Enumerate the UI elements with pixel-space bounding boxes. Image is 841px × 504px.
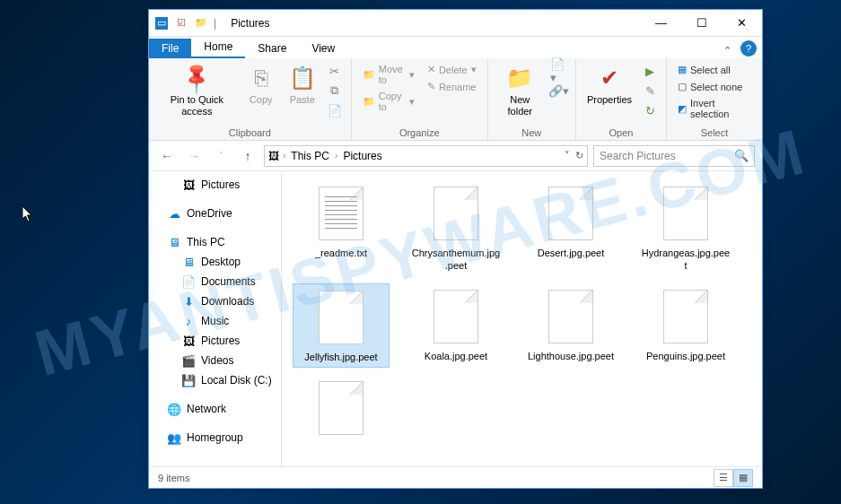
file-label: Hydrangeas.jpg.peet [641,247,731,273]
cut-icon[interactable]: ✂ [326,62,344,80]
videos-icon: 🎬 [181,353,196,368]
sidebar-item-onedrive[interactable]: ☁OneDrive [149,204,281,223]
desktop-icon: 🖥 [181,255,196,269]
rename-button[interactable]: ✎Rename [424,79,480,94]
pin-quick-access-button[interactable]: 📌 Pin to Quick access [156,62,238,119]
breadcrumb-pictures[interactable]: Pictures [341,150,383,162]
refresh-icon[interactable]: ↻ [575,150,583,161]
file-label: Chrysanthemum.jpg.peet [411,247,501,273]
help-icon[interactable]: ? [740,40,757,56]
copy-to-button[interactable]: 📁Copy to▾ [359,89,418,114]
pc-icon: 🖥 [167,235,181,249]
file-item[interactable]: Hydrangeas.jpg.peet [637,180,734,276]
sidebar-item-this-pc[interactable]: 🖥This PC [149,232,281,252]
delete-button[interactable]: ✕Delete▾ [424,62,480,77]
ribbon-group-select: ▦Select all ▢Select none ◩Invert selecti… [667,58,762,140]
sidebar-item-documents[interactable]: 📄Documents [149,272,281,291]
paste-shortcut-icon[interactable]: 📄 [326,101,344,119]
sidebar-item-pictures[interactable]: 🖼Pictures [149,331,281,351]
easy-access-icon[interactable]: 🔗▾ [550,82,568,100]
file-item[interactable]: Jellyfish.jpg.peet [293,283,390,368]
sidebar-item-videos[interactable]: 🎬Videos [149,351,281,370]
ribbon-group-organize: 📁Move to▾ 📁Copy to▾ ✕Delete▾ ✎Rename Org… [352,58,488,140]
close-button[interactable]: ✕ [722,10,762,37]
downloads-icon: ⬇ [181,294,196,308]
address-input[interactable]: 🖼 › This PC › Pictures ˅ ↻ [264,145,588,167]
pictures-icon: 🖼 [181,334,196,348]
up-button[interactable]: ↑ [237,145,258,167]
titlebar[interactable]: ▭ ☑ 📁 | Pictures — ☐ ✕ [149,10,762,37]
file-label: Koala.jpg.peet [425,350,487,362]
file-item[interactable] [293,375,390,445]
file-label: _readme.txt [315,247,367,259]
search-input[interactable]: Search Pictures 🔍 [593,145,755,167]
navigation-pane[interactable]: 🖼Pictures ☁OneDrive 🖥This PC 🖥Desktop 📄D… [149,171,282,466]
unknown-file-icon [661,287,711,346]
rename-icon: ✎ [427,81,435,92]
recent-button[interactable]: ˅ [210,145,232,167]
file-item[interactable]: Desert.jpg.peet [522,180,619,276]
minimize-button[interactable]: — [641,10,681,37]
unknown-file-icon [316,288,366,347]
copy-button[interactable]: ⎘ Copy [243,62,279,108]
details-view-button[interactable]: ☰ [714,469,733,487]
sidebar-item-music[interactable]: ♪Music [149,311,281,331]
new-item-icon[interactable]: 📄▾ [550,62,568,80]
sidebar-item-local-disk[interactable]: 💾Local Disk (C:) [149,370,281,390]
text-file-icon [316,184,366,243]
search-icon: 🔍 [734,149,749,162]
move-to-button[interactable]: 📁Move to▾ [359,62,418,87]
music-icon: ♪ [181,314,196,328]
files-view[interactable]: _readme.txtChrysanthemum.jpg.peetDesert.… [282,171,762,466]
sidebar-item-network[interactable]: 🌐Network [149,399,281,419]
file-item[interactable]: Koala.jpg.peet [407,283,504,368]
qat-properties-icon[interactable]: ☑ [174,16,188,30]
properties-button[interactable]: ✔ Properties [583,62,635,108]
tab-home[interactable]: Home [191,37,245,58]
dropdown-icon[interactable]: ˅ [565,150,570,161]
paste-button[interactable]: 📋 Paste [285,62,320,108]
sidebar-item-desktop[interactable]: 🖥Desktop [149,252,281,272]
disk-icon: 💾 [181,373,196,387]
history-icon[interactable]: ↻ [641,101,659,119]
unknown-file-icon [546,287,596,346]
app-icon: ▭ [154,16,169,30]
select-all-icon: ▦ [678,64,687,75]
ribbon-collapse-button[interactable]: ⌃ [716,43,739,58]
sidebar-item-downloads[interactable]: ⬇Downloads [149,291,281,311]
homegroup-icon: 👥 [167,430,181,445]
unknown-file-icon [661,184,711,243]
new-folder-button[interactable]: 📁 New folder [495,62,545,119]
pictures-icon: 🖼 [181,178,196,192]
mouse-cursor [22,206,35,226]
file-label: Jellyfish.jpg.peet [304,351,377,363]
maximize-button[interactable]: ☐ [681,10,722,37]
documents-icon: 📄 [181,274,196,289]
tab-view[interactable]: View [299,39,347,58]
sidebar-item-homegroup[interactable]: 👥Homegroup [149,428,281,448]
select-all-button[interactable]: ▦Select all [674,62,755,77]
unknown-file-icon [546,184,596,243]
tab-share[interactable]: Share [245,39,299,58]
invert-selection-button[interactable]: ◩Invert selection [674,96,755,121]
forward-button[interactable]: → [183,145,205,167]
file-item[interactable]: Chrysanthemum.jpg.peet [407,180,504,276]
file-item[interactable]: _readme.txt [293,180,390,276]
icons-view-button[interactable]: ▦ [733,469,753,487]
content-area: 🖼Pictures ☁OneDrive 🖥This PC 🖥Desktop 📄D… [149,171,762,466]
tab-file[interactable]: File [149,39,191,58]
select-none-button[interactable]: ▢Select none [674,79,755,94]
back-button[interactable]: ← [156,145,178,167]
file-item[interactable]: Penguins.jpg.peet [637,283,734,368]
breadcrumb-this-pc[interactable]: This PC [289,150,331,162]
edit-icon[interactable]: ✎ [641,82,659,100]
delete-icon: ✕ [427,64,435,75]
file-item[interactable]: Lighthouse.jpg.peet [522,283,619,368]
open-icon[interactable]: ▶ [641,62,659,80]
copy-icon: ⎘ [247,64,276,92]
unknown-file-icon [431,184,481,243]
copy-path-icon[interactable]: ⧉ [326,82,344,100]
sidebar-item-pictures-quick[interactable]: 🖼Pictures [149,175,281,195]
unknown-file-icon [316,378,366,438]
new-folder-icon: 📁 [505,64,534,92]
